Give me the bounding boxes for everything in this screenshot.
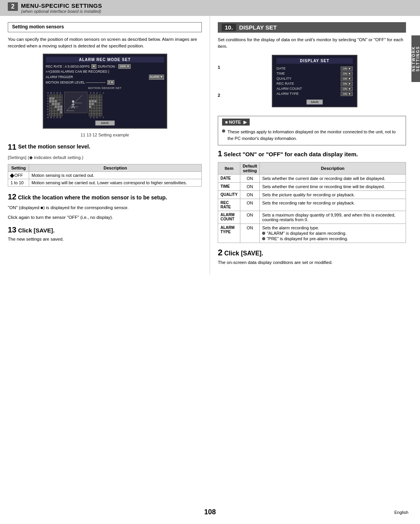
network-settings-bar: NETWORKSETTINGS — [411, 35, 420, 82]
diagram-label-2: 2 — [218, 93, 220, 98]
setting-off: OFF — [8, 171, 29, 179]
header-title-block: MENU-SPECIFIC SETTINGS (when optional in… — [21, 2, 102, 14]
display-row-quality: QUALITY ON ▼ — [276, 76, 353, 81]
grid-row: 2 — [46, 97, 63, 100]
grid-row — [89, 108, 106, 111]
item-alarm-type: ALARMTYPE — [218, 224, 240, 243]
display-table-header-default: Defaultsetting — [240, 162, 259, 175]
display-set-diagram: DISPLAY SET DATE ON ▼ TIME ON ▼ QUALITY … — [272, 55, 357, 107]
note-bullet-item: These settings apply to information disp… — [222, 129, 402, 141]
grid-row: 6 — [46, 108, 63, 111]
display-row-rec-rate: REC RATE ON ▼ — [276, 81, 353, 86]
display-row-alarm-type: ALARM TYPE ON ▼ — [276, 91, 353, 96]
section-title: DISPLAY SET — [239, 24, 277, 31]
setting-1-10: 1 to 10 — [8, 179, 29, 186]
display-row-time: TIME ON ▼ — [276, 71, 353, 76]
section-heading-display-set: 10. DISPLAY SET — [218, 22, 406, 33]
display-label-alarm-type: ALARM TYPE — [276, 92, 308, 96]
diagram-caption: 11 13 12 Setting example — [8, 133, 202, 137]
step13-number: 13 — [8, 225, 16, 234]
grid-row: 7 — [46, 111, 63, 114]
alarm-diagram: ALARM REC MODE SET REC RATE : A 5.00/10.… — [43, 54, 167, 129]
table-row-alarm-type: ALARMTYPE ON Sets the alarm recording ty… — [218, 224, 406, 243]
note-arrow-icon: ▶ — [243, 120, 247, 124]
step13-body: The new settings are saved. — [8, 236, 202, 243]
grid-outer: ABCDE 1 2 — [46, 92, 164, 119]
display-value-quality: ON ▼ — [341, 77, 353, 81]
display-set-diagram-title: DISPLAY SET — [276, 58, 353, 64]
desc-quality: Sets the picture quality for recording o… — [260, 191, 406, 199]
alarm-row-2: =>(16000 ALARMS CAN BE RECORDED ) — [46, 69, 164, 74]
right-step1-text: Select "ON" or "OFF" for each data displ… — [224, 151, 358, 157]
step12-number: 12 — [8, 192, 16, 201]
setting-box-title: Setting motion sensors — [12, 24, 198, 30]
desc-alarm-count: Sets a maximum display quantity of 9,999… — [260, 211, 406, 224]
default-rec-rate: ON — [240, 199, 259, 211]
display-table-header-item: Item — [218, 162, 240, 175]
diagram-save-button[interactable]: SAVE — [306, 100, 323, 105]
alarm-row-3: ALARM TRIGGER ALARM ▼ — [46, 75, 164, 80]
page-footer: 108 English — [0, 508, 420, 516]
note-text: These settings apply to information disp… — [228, 129, 402, 141]
default-date: ON — [240, 175, 259, 183]
grid-row: 3 — [46, 100, 63, 103]
item-date: DATE — [218, 175, 240, 183]
footer-language: English — [394, 510, 408, 515]
save-button-diagram[interactable]: SAVE — [95, 121, 115, 126]
grid-row: 4 — [46, 103, 63, 105]
step13-click: Click [SAVE]. — [18, 227, 54, 234]
header-number: 2 — [8, 2, 18, 11]
settings-table-header-setting: Setting — [8, 164, 29, 171]
grid-rows-left: 1 2 3 4 — [46, 94, 63, 116]
display-value-alarm-type: ON ▼ — [341, 92, 353, 96]
desc-rec-rate: Sets the recording rate for recording or… — [260, 199, 406, 211]
alarm-diagram-inner: REC RATE : A 5.00/10.00FPS ▼ DURATION : … — [46, 64, 164, 85]
header-subtitle: (when optional interface board is instal… — [21, 9, 102, 14]
default-alarm-type: ON — [240, 224, 259, 243]
alarm-diagram-title: ALARM REC MODE SET — [46, 57, 164, 63]
step12-body1: "ON" (displayed ■) is displayed for the … — [8, 204, 202, 211]
grid-row — [89, 103, 106, 105]
desc-date: Sets whether the current date or recordi… — [260, 175, 406, 183]
step11-text: Set the motion sensor level. — [18, 143, 90, 149]
display-table-header-description: Description — [260, 162, 406, 175]
settings-table: Setting Description OFF Motion sensing i… — [8, 164, 202, 187]
grid-row: 8 — [46, 114, 63, 116]
diagram-number-labels: 1 2 — [218, 55, 220, 98]
display-row-alarm-count: ALARM COUNT ON ▼ — [276, 86, 353, 91]
bullet-dot-icon — [262, 232, 265, 235]
scene-svg — [65, 92, 87, 113]
note-header-label: ■ NOTE ▶ — [222, 119, 250, 126]
grid-row — [89, 105, 106, 108]
right-step2-body: The on-screen data display conditions ar… — [218, 259, 406, 266]
grid-labels-bottom-right: FGHIJ — [89, 116, 106, 119]
motion-sensor-title: MOTION SENSOR SET — [46, 86, 164, 91]
grid-left: ABCDE 1 2 — [46, 92, 63, 119]
display-label-alarm-count: ALARM COUNT — [276, 87, 308, 91]
display-value-time: ON ▼ — [341, 72, 353, 76]
settings-table-header-description: Description — [29, 164, 202, 171]
grid-row: 1 — [46, 94, 63, 97]
default-quality: ON — [240, 191, 259, 199]
default-alarm-count: ON — [240, 211, 259, 224]
item-time: TIME — [218, 183, 240, 191]
desc-alarm-type: Sets the alarm recording type. "ALARM" i… — [260, 224, 406, 243]
grid-labels-top: ABCDE — [46, 92, 63, 94]
grid-row — [89, 100, 106, 103]
item-rec-rate: RECRATE — [218, 199, 240, 211]
table-row-quality: QUALITY ON Sets the picture quality for … — [218, 191, 406, 199]
grid-labels-bottom-left: ABCDE — [46, 116, 63, 119]
right-step2-heading: 2 Click [SAVE]. — [218, 248, 406, 258]
item-quality: QUALITY — [218, 191, 240, 199]
display-label-time: TIME — [276, 72, 308, 75]
step11-heading: 11 Set the motion sensor level. — [8, 142, 202, 152]
step13-heading: 13 Click [SAVE]. — [8, 225, 202, 234]
note-icon: ■ — [225, 120, 228, 124]
right-step1: 1 Select "ON" or "OFF" for each data dis… — [218, 149, 406, 158]
bullet-dot-icon — [262, 237, 265, 240]
grid-row — [89, 94, 106, 97]
table-row: 1 to 10 Motion sensing will be carried o… — [8, 179, 202, 186]
intro-text: Set conditions for the display of data o… — [218, 37, 406, 50]
display-label-quality: QUALITY — [276, 77, 308, 80]
right-step2-click: Click [SAVE]. — [224, 250, 263, 257]
